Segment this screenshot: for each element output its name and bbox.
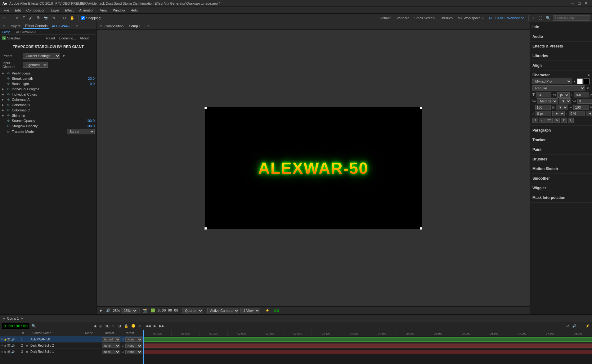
char-style-select[interactable]: Regular xyxy=(532,85,585,91)
workspace-default[interactable]: Default xyxy=(378,16,392,20)
colormap-c-row[interactable]: ▶ ⊙ Colormap C xyxy=(0,107,96,113)
char-style-arrow[interactable]: ▼ xyxy=(586,87,590,90)
transfer-mode-select[interactable]: Screen xyxy=(67,129,95,134)
tool-rotate[interactable]: ↻ xyxy=(51,15,56,21)
lr-eye-1[interactable]: 👁 xyxy=(1,338,3,341)
style-bold[interactable]: T xyxy=(532,118,538,123)
colormap-a-row[interactable]: ▶ ⊙ Colormap A xyxy=(0,97,96,102)
font-size-unit-select[interactable]: px xyxy=(557,92,570,98)
style-sub[interactable]: T, xyxy=(568,118,574,123)
tl-playhead[interactable] xyxy=(143,330,144,336)
baseline-select[interactable]: ▼ xyxy=(552,111,565,116)
individual-lengths-row[interactable]: ▶ ⊙ Individual Lengths xyxy=(0,86,96,92)
menu-view[interactable]: View xyxy=(97,8,110,13)
workspace-myworkspace2[interactable]: MY Workspace 2 xyxy=(456,16,485,20)
preset-select[interactable]: Current Settings xyxy=(23,53,60,59)
tl-preview[interactable]: ⊡ xyxy=(579,324,583,328)
lr-solo-1[interactable]: ◉ xyxy=(4,338,7,341)
src-op-value[interactable]: 100.0 xyxy=(82,119,95,123)
sg-op-value[interactable]: 100.0 xyxy=(82,124,95,128)
style-smallcaps[interactable]: Tr xyxy=(554,118,560,123)
lr-parent-3[interactable]: None xyxy=(125,350,142,354)
style-super[interactable]: T' xyxy=(561,118,567,123)
tl-frame-fwd[interactable]: ▶▶ xyxy=(158,324,165,328)
project-tab[interactable]: Project xyxy=(8,24,22,29)
char-color-black[interactable] xyxy=(584,79,590,84)
leading-input[interactable]: 160 xyxy=(574,92,589,97)
tracker-section[interactable]: Tracker xyxy=(530,135,592,145)
starglow-opacity-row[interactable]: ▶ ⊙ Starglow Opacity 100.0 xyxy=(0,123,96,128)
brushes-section[interactable]: Brushes xyxy=(530,155,592,164)
wiggler-section[interactable]: Wiggler xyxy=(530,183,592,193)
comp-snapshot-btn[interactable]: 📸 xyxy=(141,308,148,313)
comp-zoom-select[interactable]: 25% xyxy=(121,308,137,313)
lr-solo-2[interactable]: ◉ xyxy=(4,344,7,347)
menu-edit[interactable]: Edit xyxy=(12,8,23,13)
tl-audio-on[interactable]: 🔊 xyxy=(571,324,577,328)
mask-interpolation-section[interactable]: Mask Interpolation xyxy=(530,193,592,203)
tool-pan[interactable]: ✋ xyxy=(69,15,76,21)
style-italic[interactable]: T xyxy=(539,118,545,123)
tl-play[interactable]: ▶ xyxy=(153,324,157,328)
colormap-b-row[interactable]: ▶ ⊙ Colormap B xyxy=(0,102,96,107)
vert-scale-select[interactable]: ▼ xyxy=(556,105,568,110)
effects-presets-section[interactable]: Effects & Presets xyxy=(530,42,592,51)
comp-preview-btn[interactable]: ▶ xyxy=(99,308,104,313)
baseline-input[interactable]: 0 px xyxy=(536,111,551,116)
toolbar-more[interactable]: » xyxy=(531,15,536,21)
corner-tl[interactable] xyxy=(204,107,207,109)
toolbar-screen[interactable]: ⛶ xyxy=(537,15,543,21)
lr-eye-2[interactable]: 👁 xyxy=(1,344,3,347)
vert-scale-input[interactable]: 100 xyxy=(535,105,551,110)
tl-frame-back[interactable]: ◀◀ xyxy=(145,324,151,328)
tl-bar-2[interactable] xyxy=(143,344,592,348)
individual-colors-row[interactable]: ▶ ⊙ Individual Colors xyxy=(0,92,96,97)
about-btn[interactable]: About... xyxy=(78,36,93,40)
boost-value[interactable]: 0.0 xyxy=(82,82,95,86)
panel-menu[interactable]: ≡ xyxy=(2,23,7,29)
tl-marker[interactable]: ◆ xyxy=(93,324,97,328)
workspace-smallscreen[interactable]: Small Screen xyxy=(412,16,436,20)
tl-loop[interactable]: ↺ xyxy=(565,324,570,328)
lr-audio-1[interactable]: 🔊 xyxy=(11,338,15,341)
transfer-mode-row[interactable]: ▶ ⊙ Transfer Mode Screen xyxy=(0,128,96,135)
char-font-arrow[interactable]: ▼ xyxy=(573,80,576,83)
lr-audio-2[interactable]: 🔊 xyxy=(11,344,15,347)
lr-parent-1[interactable]: None xyxy=(125,337,142,342)
corner-br[interactable] xyxy=(420,227,422,230)
paragraph-section[interactable]: Paragraph xyxy=(530,126,592,135)
breadcrumb-comp[interactable]: Comp 1 xyxy=(2,30,13,34)
layer-row-1[interactable]: 👁 ◉ 🎬 🔊 1 T ALEXWAR-50 Normal ⊙ None xyxy=(0,336,143,343)
menu-effect[interactable]: Effect xyxy=(62,8,76,13)
tl-current-time[interactable]: 0:00:00:00 xyxy=(1,323,30,329)
tl-bar-1[interactable] xyxy=(143,337,592,342)
effect-controls-tab[interactable]: Effect Controls xyxy=(23,23,49,29)
horiz-scale-input[interactable]: 100 xyxy=(573,105,589,110)
comp-tab[interactable]: Comp 1 xyxy=(125,23,145,29)
tl-shy[interactable]: 😶 xyxy=(130,324,137,328)
streak-value[interactable]: 20.0 xyxy=(82,77,95,80)
tool-select[interactable]: ↖ xyxy=(2,15,7,21)
style-allcaps[interactable]: TT xyxy=(545,118,553,123)
boost-light-row[interactable]: ▶ ⊙ Boost Light 0.0 xyxy=(0,81,96,86)
motion-sketch-section[interactable]: Motion Sketch xyxy=(530,164,592,174)
tl-solo[interactable]: ◑ xyxy=(117,324,122,328)
workspace-standard[interactable]: Standard xyxy=(394,16,411,20)
restore-btn[interactable]: □ xyxy=(576,0,582,6)
tl-search-btn[interactable]: 🔍 xyxy=(31,324,37,328)
tl-3d[interactable]: 3D xyxy=(104,324,110,328)
kerning-select[interactable]: Metrics xyxy=(537,98,558,104)
layer-row-2[interactable]: 👁 ◉ 🎬 🔊 2 ■ Dark Red Solid 2 None ⊙ None xyxy=(0,343,143,349)
snapping-toggle[interactable]: Snapping xyxy=(81,16,101,20)
tl-bar-3[interactable] xyxy=(143,350,592,354)
align-section[interactable]: Align xyxy=(530,61,592,70)
menu-animation[interactable]: Animation xyxy=(77,8,97,13)
tool-rect[interactable]: □ xyxy=(9,15,13,21)
reset-btn[interactable]: Reset xyxy=(45,36,56,40)
info-section[interactable]: Info xyxy=(530,22,592,32)
lr-mode-2[interactable]: None xyxy=(102,344,120,348)
lr-video-3[interactable]: 🎬 xyxy=(7,350,11,353)
shimmer-row[interactable]: ▶ ⊙ Shimmer xyxy=(0,113,96,118)
lr-mode-1[interactable]: Normal xyxy=(102,337,120,342)
search-input[interactable] xyxy=(553,15,590,21)
